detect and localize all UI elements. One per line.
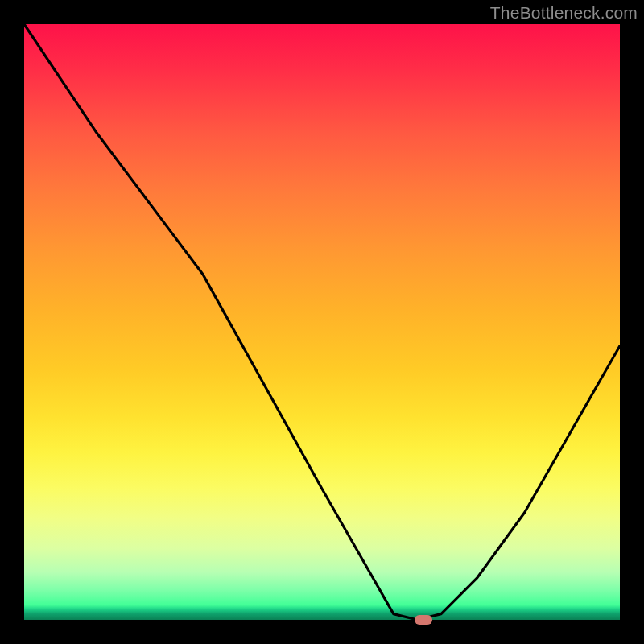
watermark-text: TheBottleneck.com [490,3,638,23]
curve-svg [24,24,620,620]
plot-area [24,24,620,620]
chart-frame: TheBottleneck.com [0,0,644,644]
bottleneck-curve [24,24,620,620]
